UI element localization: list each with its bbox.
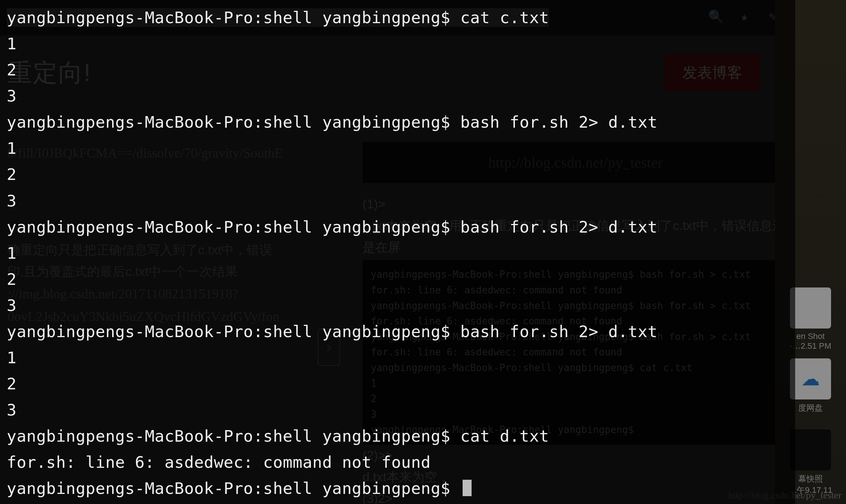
terminal-line: 2: [7, 60, 16, 79]
terminal-line: yangbingpengs-MacBook-Pro:shell yangbing…: [7, 479, 460, 498]
terminal-line: for.sh: line 6: asdedwec: command not fo…: [7, 453, 431, 472]
terminal-line: 2: [7, 374, 16, 393]
terminal-line: yangbingpengs-MacBook-Pro:shell yangbing…: [7, 113, 658, 131]
terminal-line: 2: [7, 165, 16, 184]
terminal-line: 3: [7, 87, 16, 105]
terminal-line: 2: [7, 270, 16, 289]
terminal-line: 1: [7, 34, 16, 53]
terminal-line: yangbingpengs-MacBook-Pro:shell yangbing…: [7, 427, 549, 445]
terminal-line: yangbingpengs-MacBook-Pro:shell yangbing…: [7, 322, 658, 341]
terminal-line: 3: [7, 401, 16, 419]
terminal-line: 1: [7, 244, 16, 262]
terminal-line: 1: [7, 348, 16, 367]
terminal-line: yangbingpengs-MacBook-Pro:shell yangbing…: [7, 8, 549, 27]
terminal-line: 3: [7, 296, 16, 315]
terminal-line: 3: [7, 192, 16, 210]
terminal-window[interactable]: yangbingpengs-MacBook-Pro:shell yangbing…: [0, 0, 795, 504]
terminal-line: 1: [7, 139, 16, 158]
terminal-line: yangbingpengs-MacBook-Pro:shell yangbing…: [7, 218, 658, 236]
terminal-cursor: [463, 480, 472, 496]
